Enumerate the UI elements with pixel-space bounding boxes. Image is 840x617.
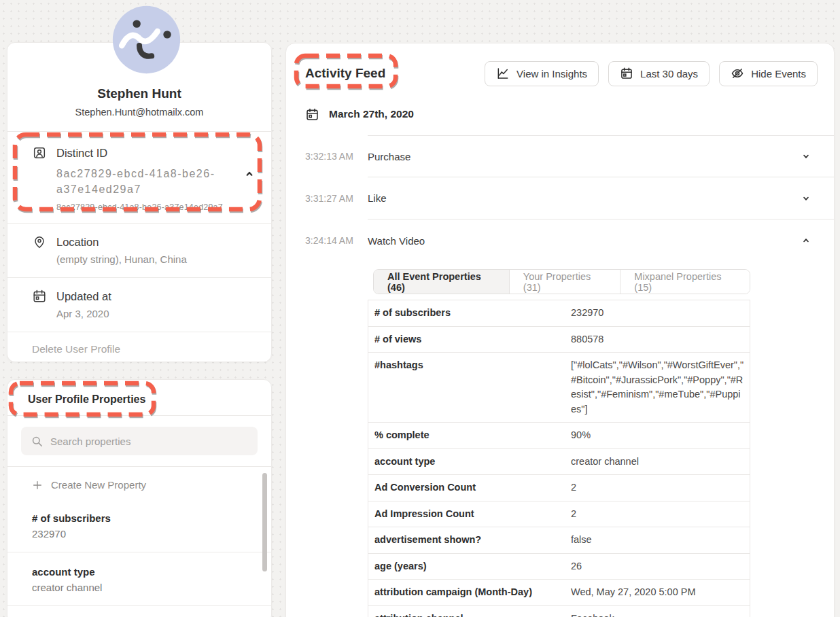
property-value: Facebook <box>571 606 750 617</box>
updated-at-label: Updated at <box>56 290 111 303</box>
search-properties-box[interactable] <box>21 427 258 455</box>
date-range-label: Last 30 days <box>640 68 698 80</box>
event-name: Like <box>368 192 387 204</box>
view-in-insights-label: View in Insights <box>517 68 587 80</box>
properties-panel-title: User Profile Properties <box>7 380 271 415</box>
feed-date-text: March 27th, 2020 <box>329 108 414 120</box>
plus-icon <box>32 480 43 491</box>
property-value: creator channel <box>32 580 255 595</box>
event-row[interactable]: 3:32:13 AM Purchase <box>286 135 834 177</box>
event-property-row: account type creator channel <box>368 449 750 476</box>
property-key: # of views <box>368 327 571 353</box>
event-property-row: attribution campaign (Month-Day) Wed, Ma… <box>368 580 750 606</box>
calendar-icon <box>305 107 319 122</box>
properties-scrollbar[interactable] <box>262 473 267 571</box>
property-value: false <box>571 527 750 553</box>
event-time: 3:32:13 AM <box>305 135 368 177</box>
id-badge-icon <box>32 145 47 160</box>
event-property-row: % complete 90% <box>368 423 750 449</box>
collapse-distinct-id-button[interactable] <box>243 167 256 181</box>
chevron-down-icon <box>800 192 812 205</box>
distinct-id-value-small: 8ac27829-ebcd-41a8-be26-a37e14ed29a7 <box>56 202 255 213</box>
property-name: # of subscribers <box>32 511 255 525</box>
property-key: age (years) <box>368 554 571 580</box>
property-key: attribution channel <box>368 606 571 617</box>
event-property-row: attribution channel Facebook <box>368 606 750 617</box>
tab-your-properties[interactable]: Your Properties (31) <box>509 270 620 294</box>
property-value: 90% <box>571 423 750 448</box>
property-key: Ad Impression Count <box>368 501 571 527</box>
location-pin-icon <box>32 234 47 249</box>
event-details-panel: All Event Properties (46) Your Propertie… <box>368 262 750 617</box>
calendar-icon <box>32 289 47 304</box>
distinct-id-value: 8ac27829-ebcd-41a8-be26-a37e14ed29a7 <box>56 166 232 197</box>
event-row[interactable]: 3:24:14 AM Watch Video <box>286 219 834 262</box>
location-value: (empty string), Hunan, China <box>56 253 255 266</box>
property-value: 232970 <box>32 527 255 541</box>
distinct-id-label: Distinct ID <box>56 147 107 160</box>
event-property-row: # of views 880578 <box>368 327 750 353</box>
distinct-id-section: Distinct ID 8ac27829-ebcd-41a8-be26-a37e… <box>7 132 271 223</box>
property-value: 232970 <box>571 300 750 326</box>
expand-event-button[interactable] <box>800 150 812 162</box>
delete-user-profile-button[interactable]: Delete User Profile <box>7 332 271 372</box>
hide-events-button[interactable]: Hide Events <box>719 61 818 86</box>
profile-email: Stephen.Hunt@hotmailx.com <box>7 105 271 119</box>
property-value: 880578 <box>571 327 750 353</box>
insights-chart-icon <box>496 67 510 80</box>
property-value: ["#lolCats","#Wilson","#WorstGiftEver","… <box>571 353 750 422</box>
event-time: 3:24:14 AM <box>305 219 368 262</box>
divider <box>7 415 271 416</box>
profile-name: Stephen Hunt <box>7 85 271 103</box>
event-property-row: Ad Impression Count 2 <box>368 501 750 528</box>
location-label: Location <box>56 236 99 249</box>
event-name: Purchase <box>368 151 410 162</box>
activity-feed-card: Activity Feed View in Insights Last 30 d… <box>285 43 835 617</box>
calendar-icon <box>620 67 633 80</box>
collapse-event-button[interactable] <box>800 234 812 247</box>
property-value: creator channel <box>571 449 750 475</box>
property-key: attribution campaign (Month-Day) <box>368 580 571 605</box>
property-value: 26 <box>571 554 750 580</box>
view-in-insights-button[interactable]: View in Insights <box>485 61 599 86</box>
property-key: Ad Conversion Count <box>368 475 571 501</box>
date-range-button[interactable]: Last 30 days <box>608 61 710 86</box>
feed-date-header: March 27th, 2020 <box>305 106 834 122</box>
property-key: advertisement shown? <box>368 527 571 553</box>
event-property-row: Ad Conversion Count 2 <box>368 475 750 501</box>
property-key: % complete <box>368 423 571 448</box>
event-time: 3:31:27 AM <box>305 177 368 219</box>
event-properties-tabs: All Event Properties (46) Your Propertie… <box>373 269 750 294</box>
updated-at-value: Apr 3, 2020 <box>56 307 255 321</box>
event-name: Watch Video <box>368 235 425 247</box>
event-property-row: advertisement shown? false <box>368 527 750 554</box>
property-key: account type <box>368 449 571 475</box>
event-property-row: #hashtags ["#lolCats","#Wilson","#WorstG… <box>368 353 750 423</box>
chevron-up-icon <box>800 234 812 247</box>
chevron-up-icon <box>243 167 256 181</box>
property-value: 2 <box>571 501 750 527</box>
activity-feed-title: Activity Feed <box>305 66 385 81</box>
expand-event-button[interactable] <box>800 192 812 205</box>
user-profile-card: Stephen Hunt Stephen.Hunt@hotmailx.com D… <box>7 42 272 362</box>
property-value: Wed, May 27, 2020 5:00 PM <box>571 580 750 605</box>
event-row[interactable]: 3:31:27 AM Like <box>286 177 834 219</box>
property-key: # of subscribers <box>368 300 571 326</box>
hide-events-label: Hide Events <box>751 68 806 80</box>
create-new-property-label: Create New Property <box>51 479 146 491</box>
avatar <box>111 4 182 75</box>
user-profile-properties-card: User Profile Properties Create New Prope… <box>7 379 272 617</box>
tab-mixpanel-properties[interactable]: Mixpanel Properties (15) <box>620 270 750 294</box>
eye-off-icon <box>731 67 744 80</box>
create-new-property-button[interactable]: Create New Property <box>7 467 271 499</box>
property-name: account type <box>32 565 255 579</box>
property-list-item[interactable]: account type creator channel <box>7 552 271 606</box>
search-icon <box>31 435 43 448</box>
property-list-item[interactable]: # of subscribers 232970 <box>7 499 271 552</box>
search-properties-input[interactable] <box>50 436 248 447</box>
property-value: 2 <box>571 475 750 501</box>
tab-all-event-properties[interactable]: All Event Properties (46) <box>374 270 509 294</box>
event-properties-table: # of subscribers 232970 # of views 88057… <box>368 300 750 617</box>
property-key: #hashtags <box>368 353 571 422</box>
updated-at-section: Updated at Apr 3, 2020 <box>7 278 271 332</box>
